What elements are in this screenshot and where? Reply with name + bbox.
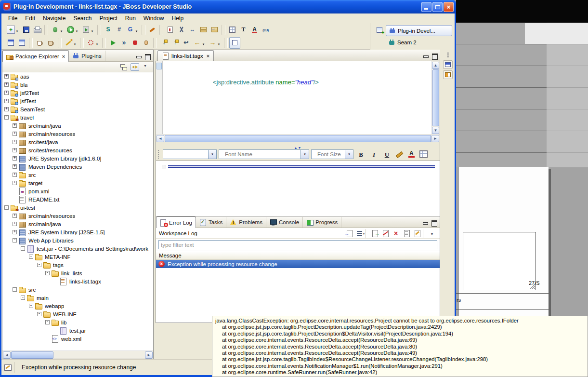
dropdown-arrow-icon[interactable]	[363, 228, 365, 237]
open-perspective-button[interactable]	[5, 37, 16, 49]
dropdown-arrow-icon[interactable]	[201, 39, 206, 47]
code-area[interactable]: <jsp:directive.attribute name="head"/>	[163, 61, 431, 135]
style-combo[interactable]: ▼	[163, 149, 217, 159]
maximize-editor-icon[interactable]	[431, 53, 438, 59]
tree-item[interactable]: travel	[2, 113, 153, 121]
external-tools-button[interactable]	[80, 24, 96, 36]
toolbar-handle[interactable]	[158, 150, 159, 159]
combo-arrow-icon[interactable]: ▼	[345, 150, 353, 159]
menu-item[interactable]: Run	[121, 14, 140, 23]
tree-item[interactable]: SeamTest	[2, 105, 153, 113]
tree-item[interactable]: webapp	[2, 302, 153, 310]
expander-icon[interactable]	[13, 238, 17, 242]
tree-item[interactable]: src/main/java	[2, 220, 153, 228]
tab-problems[interactable]: Problems	[226, 217, 266, 228]
compare-merge-button[interactable]	[187, 24, 198, 36]
splitter[interactable]: ▲▼	[156, 142, 440, 148]
scroll-right-icon[interactable]: ►	[431, 135, 439, 142]
expander-icon[interactable]	[13, 197, 17, 202]
trim-handle[interactable]	[447, 53, 449, 58]
expander-icon[interactable]	[13, 189, 17, 193]
insert-table-icon[interactable]	[418, 149, 429, 159]
dropdown-arrow-icon[interactable]	[134, 26, 139, 34]
collapse-all-icon[interactable]	[119, 63, 128, 71]
tree-item[interactable]: README.txt	[2, 195, 153, 203]
new-seam-project-button[interactable]	[103, 24, 114, 36]
java-browsing-button[interactable]	[34, 37, 45, 49]
expander-icon[interactable]	[21, 246, 25, 251]
tree-item[interactable]: src/main/resources	[2, 212, 153, 220]
tree-item[interactable]: tags	[2, 261, 153, 269]
font-color-icon[interactable]	[406, 149, 417, 159]
highlight-pen-icon[interactable]	[394, 149, 405, 159]
tree-item[interactable]: Maven Dependencies	[2, 162, 153, 171]
expander-icon[interactable]	[45, 337, 50, 341]
close-button[interactable]: ×	[444, 2, 454, 12]
view-menu-icon[interactable]	[427, 229, 437, 238]
view-menu-icon[interactable]	[142, 63, 150, 71]
tree-item[interactable]: ui-test	[2, 203, 153, 212]
new-wizard-button[interactable]	[5, 24, 21, 36]
scroll-left-icon[interactable]: ◄	[3, 351, 11, 359]
expander-icon[interactable]	[45, 320, 50, 324]
menu-item[interactable]: Edit	[21, 14, 39, 23]
dropdown-arrow-icon[interactable]	[95, 39, 99, 47]
skip-all-breakpoints-button[interactable]	[118, 37, 130, 49]
tree-item[interactable]: bla	[2, 81, 153, 89]
deploy-project-button[interactable]	[114, 24, 125, 36]
externalize-strings-button[interactable]	[260, 24, 271, 36]
menu-item[interactable]: Search	[69, 14, 95, 23]
previous-annotation-button[interactable]	[170, 37, 181, 49]
expander-icon[interactable]	[37, 312, 41, 316]
tree-item[interactable]: META-INF	[2, 253, 153, 261]
pin-editor-button[interactable]	[229, 37, 240, 49]
expander-icon[interactable]	[13, 132, 17, 136]
dropdown-arrow-icon[interactable]	[59, 26, 64, 34]
expander-icon[interactable]	[13, 222, 17, 226]
vertical-scrollbar[interactable]: ▲ ▼	[431, 61, 440, 135]
tree-item[interactable]: pom.xml	[2, 187, 153, 195]
tree-item[interactable]: Web App Libraries	[2, 236, 153, 244]
combo-arrow-icon[interactable]: ▼	[301, 150, 309, 159]
report-design-button[interactable]	[165, 24, 176, 36]
expander-icon[interactable]	[13, 156, 17, 161]
font-name-combo[interactable]: - Font Name -▼	[219, 149, 309, 159]
insert-table-button[interactable]	[227, 24, 238, 36]
dropdown-arrow-icon[interactable]	[73, 39, 77, 47]
expander-icon[interactable]	[4, 91, 9, 95]
scrollbar-thumb[interactable]	[165, 135, 431, 142]
dropdown-arrow-icon[interactable]	[15, 26, 19, 34]
resume-button[interactable]	[107, 37, 118, 49]
scrollbar-thumb[interactable]	[11, 351, 53, 359]
tab-error-log[interactable]: Error Log	[156, 216, 196, 228]
tree-item[interactable]: jsf2Test	[2, 89, 153, 97]
format-brush-button[interactable]	[147, 24, 158, 36]
perspective-seam2[interactable]: Seam 2	[386, 38, 419, 47]
next-annotation-button[interactable]	[158, 37, 170, 49]
expander-icon[interactable]	[13, 181, 17, 185]
log-entry-row[interactable]: Exception while processing resource chan…	[156, 260, 440, 268]
expander-icon[interactable]	[13, 287, 17, 292]
save-button[interactable]	[21, 24, 32, 36]
profile-button[interactable]	[85, 37, 101, 49]
minimize-editor-icon[interactable]	[422, 53, 429, 59]
menu-item[interactable]: Help	[168, 14, 188, 23]
open-perspective-button[interactable]	[373, 26, 386, 34]
menu-item[interactable]: Window	[140, 14, 168, 23]
horizontal-scrollbar[interactable]: ◄ ►	[2, 350, 153, 359]
menu-item[interactable]: Project	[95, 14, 121, 23]
filter-input[interactable]	[158, 240, 437, 249]
expander-icon[interactable]	[37, 263, 41, 267]
restore-log-icon[interactable]	[412, 229, 422, 238]
expander-icon[interactable]	[4, 107, 9, 111]
expander-icon[interactable]	[53, 328, 58, 333]
terminate-button[interactable]	[130, 37, 141, 49]
underline-button[interactable]: U	[381, 149, 392, 159]
expander-icon[interactable]	[13, 164, 17, 169]
close-editor-icon[interactable]: ×	[206, 53, 209, 59]
splitter-arrows-icon[interactable]: ▲▼	[294, 146, 302, 149]
expander-icon[interactable]	[13, 230, 17, 234]
delete-log-icon[interactable]	[391, 229, 401, 238]
tree-item[interactable]: jsfTest	[2, 97, 153, 105]
tree-item[interactable]: JRE System Library [jdk1.6.0]	[2, 154, 153, 162]
